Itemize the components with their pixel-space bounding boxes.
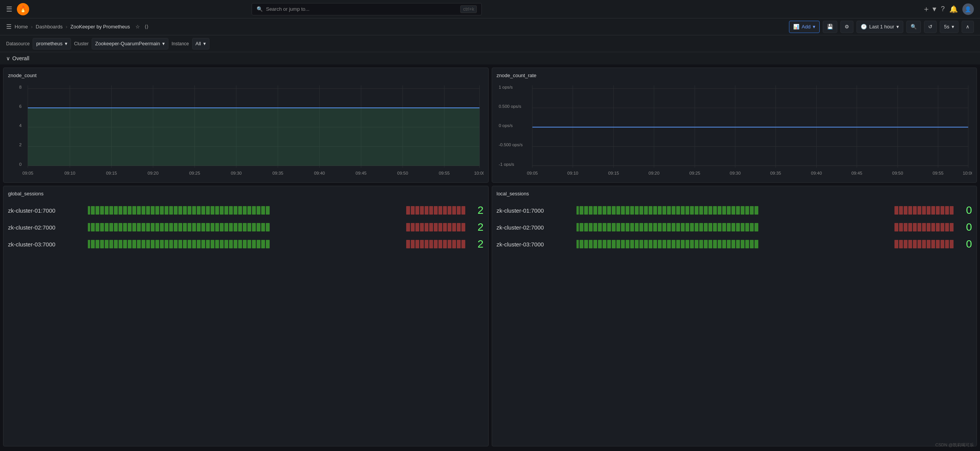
list-item: zk-cluster-02:7000 <box>497 220 972 235</box>
instance-value: All <box>196 41 201 46</box>
gear-icon: ⚙ <box>845 24 849 30</box>
lbar-g2-16 <box>649 223 652 231</box>
lbar-g3-24 <box>685 240 689 248</box>
local-cluster-01-label: zk-cluster-01:7000 <box>497 207 573 214</box>
lbar-g2-4 <box>593 223 597 231</box>
bar-red-1 <box>411 206 415 215</box>
bar-green-23 <box>192 206 196 215</box>
bar-green-0 <box>88 206 90 215</box>
lbar-g2-34 <box>731 223 735 231</box>
cluster-dropdown[interactable]: Zookeeper-QuarumPeermain ▾ <box>92 38 168 50</box>
lbar-g2-0 <box>576 223 579 231</box>
local-sessions-title: local_sessions <box>497 191 972 197</box>
overall-section[interactable]: ∨ Overall <box>0 52 980 64</box>
add-button[interactable]: 📊 Add ▾ <box>789 21 820 33</box>
lbar-g1-35 <box>736 206 740 215</box>
bar-green-2 <box>96 206 99 215</box>
sidebar-toggle[interactable]: ☰ <box>6 23 12 30</box>
lbar-g2-37 <box>745 223 749 231</box>
bar-green-4 <box>105 206 109 215</box>
bar-green-16 <box>160 206 164 215</box>
bar-g3-34 <box>243 240 247 248</box>
bar-red-3 <box>420 206 424 215</box>
star-button[interactable]: ☆ <box>135 24 140 30</box>
lbar-r1-12 <box>950 206 954 215</box>
bar-green-1 <box>91 206 95 215</box>
grafana-logo[interactable]: 🔥 <box>17 3 29 15</box>
bar-g3-5 <box>109 240 113 248</box>
bar-g3-17 <box>165 240 168 248</box>
search-placeholder: Search or jump to... <box>266 6 309 12</box>
x-label-5: 09:30 <box>231 171 242 175</box>
bar-r3-7 <box>438 240 442 248</box>
bar-r3-10 <box>452 240 456 248</box>
lbar-g1-1 <box>580 206 583 215</box>
bar-r2-0 <box>406 223 410 231</box>
breadcrumb-home[interactable]: Home <box>15 24 28 30</box>
bar-g2-27 <box>211 223 214 231</box>
local-cluster-03-bars <box>576 239 954 249</box>
x-label-11: 10:00 <box>474 171 484 175</box>
lbar-g1-26 <box>695 206 698 215</box>
datasource-dropdown[interactable]: prometheus ▾ <box>33 38 71 50</box>
bar-green-34 <box>243 206 247 215</box>
refresh-button[interactable]: ↺ <box>924 21 937 33</box>
bar-g2-12 <box>142 223 145 231</box>
lbar-g1-33 <box>727 206 731 215</box>
hamburger-button[interactable]: ☰ <box>6 5 12 13</box>
collapse-icon: ∧ <box>966 24 970 30</box>
lbar-g3-32 <box>722 240 726 248</box>
lbar-g3-36 <box>741 240 744 248</box>
lbar-g3-25 <box>690 240 694 248</box>
bar-g2-24 <box>197 223 201 231</box>
collapse-button[interactable]: ∧ <box>962 21 974 33</box>
search-bar[interactable]: 🔍 Search or jump to... ctrl+k <box>252 3 482 15</box>
bar-g2-2 <box>96 223 99 231</box>
lbar-g3-26 <box>695 240 698 248</box>
lbar-g3-3 <box>589 240 593 248</box>
lbar-g1-22 <box>676 206 680 215</box>
bar-g2-16 <box>160 223 164 231</box>
avatar[interactable]: 👤 <box>962 3 974 15</box>
lbar-g2-24 <box>685 223 689 231</box>
lbar-g2-31 <box>718 223 721 231</box>
lbar-g3-6 <box>603 240 606 248</box>
share-button[interactable]: ⟨⟩ <box>145 24 148 30</box>
bar-g2-34 <box>243 223 247 231</box>
lbar-r1-9 <box>936 206 940 215</box>
lbar-g2-11 <box>626 223 629 231</box>
interval-selector[interactable]: 5s ▾ <box>940 21 959 33</box>
bar-g2-0 <box>88 223 90 231</box>
settings-button[interactable]: ⚙ <box>840 21 853 33</box>
zoom-out-button[interactable]: 🔍 <box>906 21 921 33</box>
lbar-g3-34 <box>731 240 735 248</box>
help-icon[interactable]: ? <box>941 5 945 13</box>
save-button[interactable]: 💾 <box>823 21 837 33</box>
add-nav-icon[interactable]: ＋ ▾ <box>922 4 936 14</box>
lbar-g3-23 <box>681 240 685 248</box>
bar-g3-31 <box>229 240 233 248</box>
instance-chevron: ▾ <box>203 41 206 46</box>
x-label-7: 09:40 <box>314 171 325 175</box>
lbar-g2-22 <box>676 223 680 231</box>
znode-count-rate-panel: znode_count_rate 1 ops/s 0.500 ops/s 0 o… <box>492 68 977 183</box>
lbar-r1-1 <box>899 206 903 215</box>
alert-icon[interactable]: 🔔 <box>949 5 958 13</box>
global-cluster-01-value: 2 <box>468 204 484 216</box>
bar-g2-5 <box>109 223 113 231</box>
lbar-r2-5 <box>917 223 921 231</box>
time-range-button[interactable]: 🕐 Last 1 hour ▾ <box>856 21 903 33</box>
bar-g3-18 <box>169 240 173 248</box>
bar-r2-12 <box>461 223 465 231</box>
instance-dropdown[interactable]: All ▾ <box>192 38 209 50</box>
bar-green-32 <box>234 206 237 215</box>
bar-r2-9 <box>448 223 451 231</box>
lbar-g1-21 <box>672 206 675 215</box>
lbar-g2-23 <box>681 223 685 231</box>
breadcrumb-dashboards[interactable]: Dashboards <box>36 24 63 30</box>
bar-g2-32 <box>234 223 237 231</box>
lbar-r2-7 <box>927 223 931 231</box>
lbar-g3-13 <box>635 240 639 248</box>
lbar-g3-11 <box>626 240 629 248</box>
bar-r2-7 <box>438 223 442 231</box>
